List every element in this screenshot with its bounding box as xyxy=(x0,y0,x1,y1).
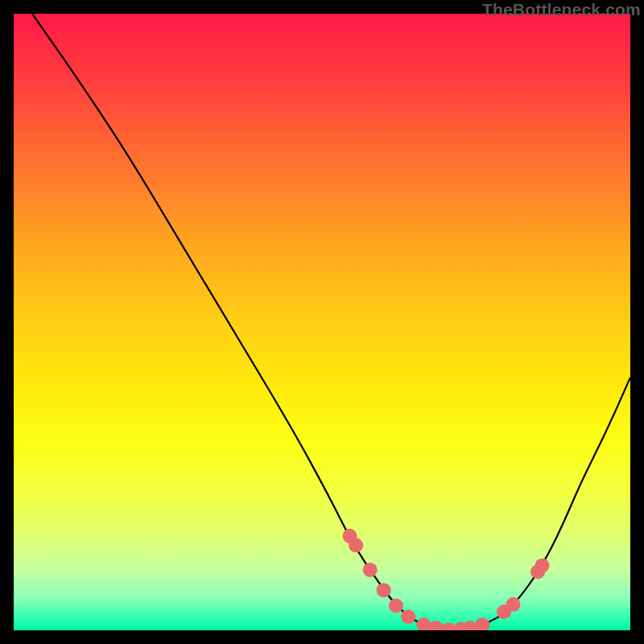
sample-point xyxy=(475,617,489,630)
sample-point xyxy=(506,597,521,612)
sample-point xyxy=(363,563,378,577)
sample-point xyxy=(416,617,431,630)
chart-frame xyxy=(14,14,630,630)
sample-point xyxy=(535,559,550,573)
sample-point xyxy=(401,609,415,624)
sample-point xyxy=(441,622,456,630)
chart-svg xyxy=(14,14,630,630)
bottleneck-curve xyxy=(32,14,630,630)
sample-point xyxy=(463,621,477,630)
sample-point xyxy=(377,583,391,597)
sample-point xyxy=(429,621,444,630)
sample-point xyxy=(389,598,403,613)
watermark-label: TheBottleneck.com xyxy=(482,0,641,19)
sample-point xyxy=(349,538,363,552)
sample-points-group xyxy=(343,529,550,630)
